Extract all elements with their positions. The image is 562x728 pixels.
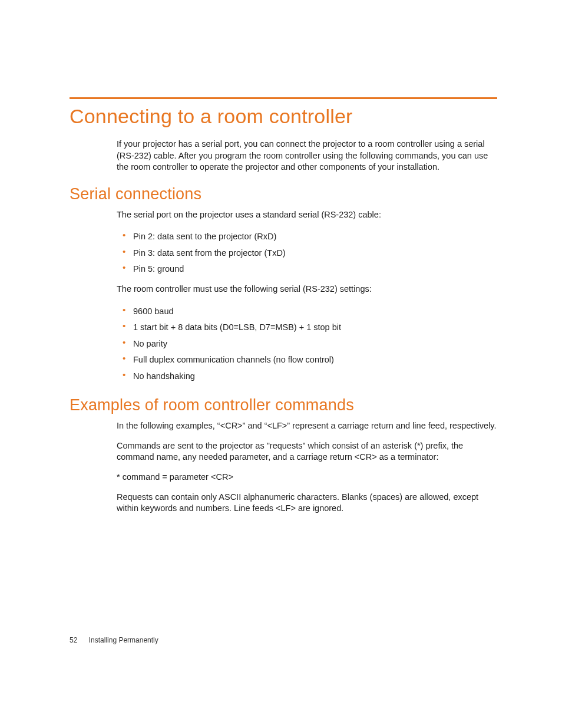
- list-item: No handshaking: [117, 368, 497, 385]
- list-item: 1 start bit + 8 data bits (D0=LSB, D7=MS…: [117, 319, 497, 336]
- intro-block: If your projector has a serial port, you…: [117, 139, 497, 173]
- list-item: No parity: [117, 336, 497, 353]
- list-item: Pin 2: data sent to the projector (RxD): [117, 229, 497, 245]
- examples-p2: Commands are sent to the projector as "r…: [117, 440, 497, 463]
- serial-block: The serial port on the projector uses a …: [117, 209, 497, 385]
- heading-main: Connecting to a room controller: [70, 105, 497, 128]
- page-footer: 52 Installing Permanently: [70, 636, 158, 644]
- heading-serial: Serial connections: [70, 185, 497, 203]
- page: Connecting to a room controller If your …: [0, 0, 562, 728]
- heading-examples: Examples of room controller commands: [70, 396, 497, 414]
- examples-p1: In the following examples, “<CR>” and “<…: [117, 420, 497, 432]
- pin-list: Pin 2: data sent to the projector (RxD) …: [117, 229, 497, 278]
- settings-lead: The room controller must use the followi…: [117, 284, 497, 295]
- list-item: Full duplex communication channels (no f…: [117, 352, 497, 368]
- page-number: 52: [70, 636, 77, 644]
- section-rule: [70, 97, 497, 99]
- list-item: 9600 baud: [117, 304, 497, 320]
- examples-block: In the following examples, “<CR>” and “<…: [117, 420, 497, 514]
- footer-section: Installing Permanently: [89, 636, 158, 644]
- settings-list: 9600 baud 1 start bit + 8 data bits (D0=…: [117, 304, 497, 385]
- intro-paragraph: If your projector has a serial port, you…: [117, 139, 497, 173]
- list-item: Pin 3: data sent from the projector (TxD…: [117, 245, 497, 262]
- list-item: Pin 5: ground: [117, 261, 497, 278]
- command-syntax: * command = parameter <CR>: [117, 472, 497, 483]
- serial-lead: The serial port on the projector uses a …: [117, 209, 497, 221]
- examples-p3: Requests can contain only ASCII alphanum…: [117, 492, 497, 515]
